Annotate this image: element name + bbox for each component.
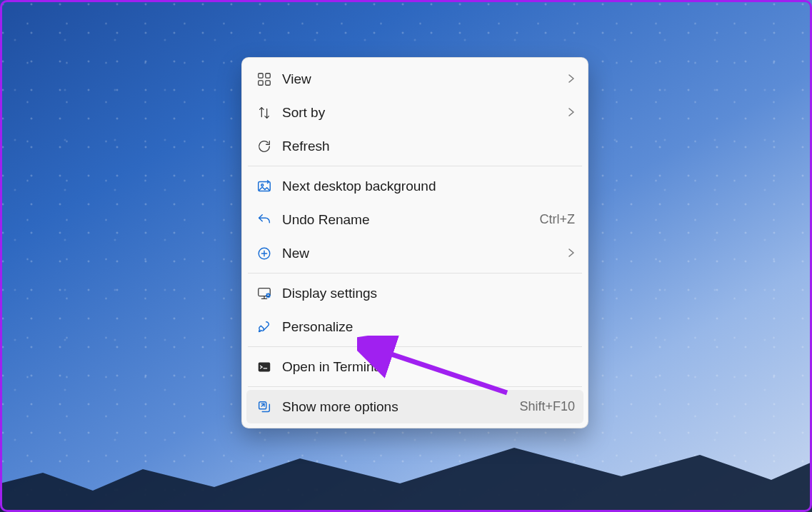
menu-item-label: New — [282, 246, 556, 261]
chevron-right-icon — [556, 246, 575, 261]
menu-separator — [248, 166, 582, 166]
menu-item-label: Sort by — [282, 105, 556, 121]
svg-point-5 — [261, 184, 264, 186]
view-grid-icon — [255, 71, 274, 87]
menu-item-label: Personalize — [282, 319, 575, 335]
menu-item-shortcut: Ctrl+Z — [528, 212, 576, 227]
menu-item-label: Show more options — [282, 399, 508, 415]
menu-item-new[interactable]: New — [246, 236, 583, 270]
menu-item-nextbg[interactable]: Next desktop background — [246, 169, 583, 203]
svg-rect-7 — [259, 288, 271, 296]
menu-item-sortby[interactable]: Sort by — [246, 96, 583, 129]
chevron-right-icon — [556, 71, 575, 87]
menu-item-refresh[interactable]: Refresh — [246, 129, 583, 163]
show-more-icon — [255, 399, 274, 415]
menu-item-shortcut: Shift+F10 — [508, 399, 575, 414]
menu-item-personalize[interactable]: Personalize — [246, 310, 583, 343]
menu-separator — [248, 346, 582, 347]
svg-rect-2 — [259, 80, 263, 84]
mountain-silhouette — [0, 419, 812, 512]
sort-icon — [255, 105, 274, 121]
menu-item-label: Refresh — [282, 139, 575, 154]
refresh-icon — [255, 139, 274, 154]
svg-rect-3 — [266, 80, 270, 84]
menu-separator — [248, 386, 582, 387]
menu-item-view[interactable]: View — [246, 62, 583, 96]
menu-item-label: View — [282, 71, 556, 87]
undo-icon — [255, 212, 274, 228]
menu-item-display[interactable]: Display settings — [246, 276, 583, 310]
menu-item-label: Open in Terminal — [282, 359, 575, 375]
desktop-context-menu: ViewSort byRefreshNext desktop backgroun… — [241, 57, 588, 428]
menu-item-label: Next desktop background — [282, 179, 575, 194]
next-background-icon — [255, 179, 274, 194]
terminal-icon — [255, 359, 274, 375]
menu-item-undo[interactable]: Undo RenameCtrl+Z — [246, 203, 583, 236]
svg-rect-0 — [259, 73, 263, 77]
menu-item-more[interactable]: Show more optionsShift+F10 — [246, 390, 583, 423]
new-plus-icon — [255, 246, 274, 261]
menu-item-terminal[interactable]: Open in Terminal — [246, 350, 583, 383]
svg-rect-1 — [266, 73, 270, 77]
paintbrush-icon — [255, 319, 274, 335]
svg-rect-9 — [259, 362, 271, 371]
menu-separator — [248, 273, 582, 273]
menu-item-label: Display settings — [282, 286, 575, 301]
menu-item-label: Undo Rename — [282, 212, 528, 228]
display-settings-icon — [255, 286, 274, 301]
chevron-right-icon — [556, 105, 575, 121]
